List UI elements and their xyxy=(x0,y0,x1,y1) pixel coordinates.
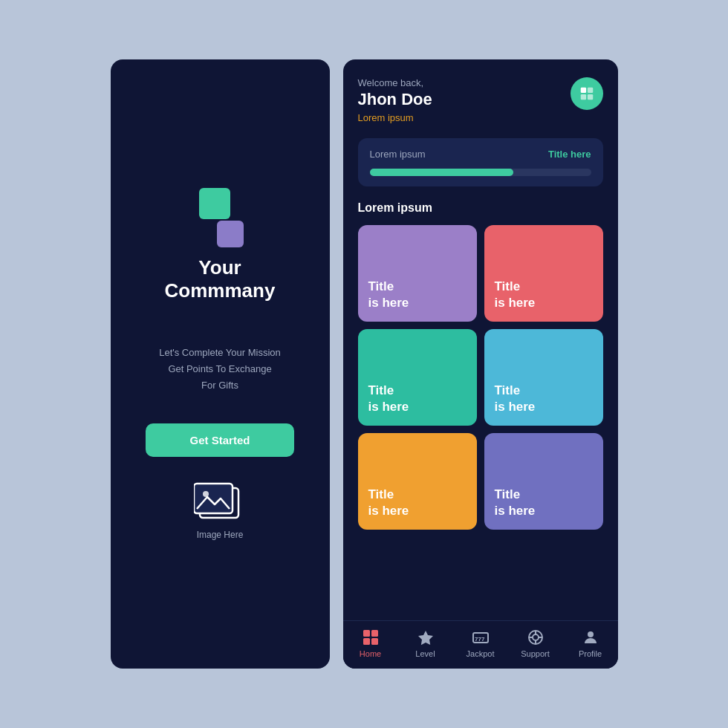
logo-block: YourCommmany xyxy=(165,188,276,323)
support-icon xyxy=(527,628,545,646)
svg-rect-5 xyxy=(580,94,585,100)
home-screen: Welcome back, Jhon Doe Lorem ipsum Lor xyxy=(343,59,618,669)
nav-item-support[interactable]: Support xyxy=(515,628,556,658)
splash-screen: YourCommmany Let's Complete Your Mission… xyxy=(111,59,330,669)
grid-item-1-title: Titleis here xyxy=(368,279,467,311)
grid-item-6[interactable]: Titleis here xyxy=(484,433,603,530)
nav-item-jackpot[interactable]: 777 Jackpot xyxy=(460,628,501,658)
svg-rect-3 xyxy=(580,88,585,93)
logo-purple-square xyxy=(217,221,244,247)
progress-bar-track xyxy=(370,169,591,176)
nav-label-support: Support xyxy=(521,649,550,658)
grid-item-2-title: Titleis here xyxy=(495,279,593,311)
svg-rect-6 xyxy=(587,94,592,100)
grid-item-3[interactable]: Titleis here xyxy=(358,329,477,426)
svg-rect-7 xyxy=(363,630,370,637)
nav-label-profile: Profile xyxy=(579,649,602,658)
logo-green-square xyxy=(199,188,230,219)
nav-label-home: Home xyxy=(360,649,381,658)
grid-item-4-title: Titleis here xyxy=(495,383,593,415)
tagline: Let's Complete Your MissionGet Points To… xyxy=(159,345,281,394)
user-name: Jhon Doe xyxy=(358,90,432,109)
progress-header: Lorem ipsum Title here xyxy=(370,149,591,160)
image-icon xyxy=(194,479,246,524)
grid-item-1[interactable]: Titleis here xyxy=(358,225,477,322)
svg-point-19 xyxy=(588,631,594,637)
svg-rect-9 xyxy=(363,638,370,645)
progress-bar-fill xyxy=(370,169,514,176)
nav-item-home[interactable]: Home xyxy=(350,628,391,658)
nav-item-profile[interactable]: Profile xyxy=(570,628,611,658)
home-icon xyxy=(362,628,380,646)
image-placeholder: Image Here xyxy=(194,479,246,540)
grid-item-3-title: Titleis here xyxy=(368,383,467,415)
progress-title: Title here xyxy=(548,149,591,160)
grid-item-2[interactable]: Titleis here xyxy=(484,225,603,322)
nav-label-level: Level xyxy=(415,649,435,658)
svg-point-2 xyxy=(203,491,209,497)
header: Welcome back, Jhon Doe Lorem ipsum xyxy=(358,77,603,123)
avatar-button[interactable] xyxy=(571,77,603,110)
bottom-nav: Home Level 777 Jackpot xyxy=(343,620,618,669)
image-label: Image Here xyxy=(197,530,244,540)
nav-label-jackpot: Jackpot xyxy=(467,649,495,658)
svg-point-14 xyxy=(533,634,539,640)
svg-rect-8 xyxy=(371,630,378,637)
profile-icon xyxy=(582,628,599,646)
header-subtitle: Lorem ipsum xyxy=(358,112,432,123)
progress-card: Lorem ipsum Title here xyxy=(358,138,603,186)
home-content: Welcome back, Jhon Doe Lorem ipsum Lor xyxy=(343,59,618,620)
section-title: Lorem ipsum xyxy=(358,201,603,215)
nav-item-level[interactable]: Level xyxy=(405,628,446,658)
grid-container: Titleis here Titleis here Titleis here T… xyxy=(358,225,603,530)
jackpot-icon: 777 xyxy=(472,628,490,646)
grid-item-4[interactable]: Titleis here xyxy=(484,329,603,426)
welcome-text: Welcome back, xyxy=(358,77,432,88)
logo-squares xyxy=(190,188,250,247)
grid-item-6-title: Titleis here xyxy=(495,487,593,519)
get-started-button[interactable]: Get Started xyxy=(146,423,294,457)
svg-rect-10 xyxy=(371,638,378,645)
company-name: YourCommmany xyxy=(165,256,276,302)
header-text: Welcome back, Jhon Doe Lorem ipsum xyxy=(358,77,432,123)
grid-item-5[interactable]: Titleis here xyxy=(358,433,477,530)
svg-text:777: 777 xyxy=(475,636,485,643)
progress-label: Lorem ipsum xyxy=(370,149,426,160)
svg-rect-4 xyxy=(587,88,592,93)
grid-item-5-title: Titleis here xyxy=(368,487,467,519)
level-icon xyxy=(417,628,435,646)
svg-rect-1 xyxy=(194,484,233,513)
screens-container: YourCommmany Let's Complete Your Mission… xyxy=(111,59,618,669)
